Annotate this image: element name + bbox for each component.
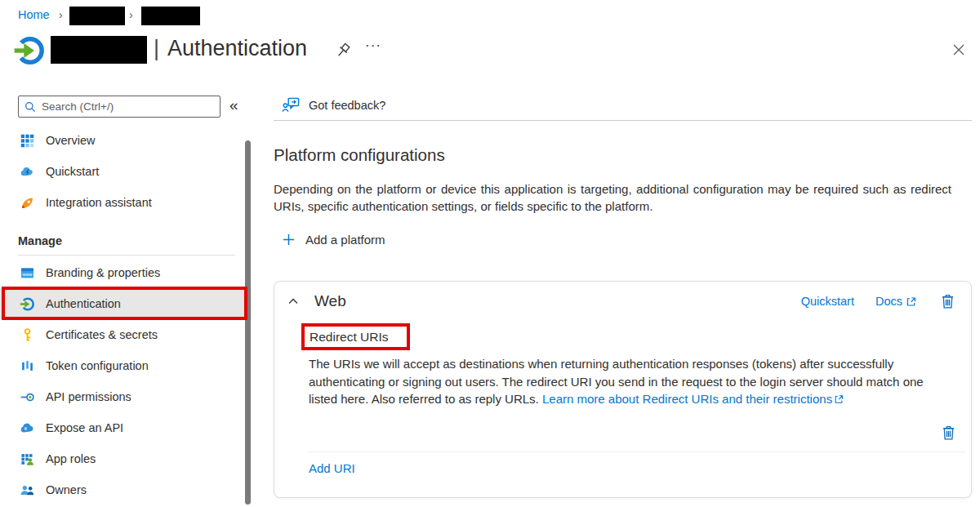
expose-api-cloud-icon [20, 420, 35, 436]
sidebar-manage-heading: Manage [18, 234, 62, 247]
add-uri-link[interactable]: Add URI [309, 461, 355, 475]
add-a-platform-label: Add a platform [305, 233, 385, 247]
got-feedback-button[interactable]: Got feedback? [282, 96, 385, 113]
close-icon[interactable] [949, 40, 969, 60]
sidebar-item-label: Integration assistant [46, 196, 152, 209]
platform-configurations-description: Depending on the platform or device this… [274, 180, 951, 215]
sidebar-item-certificates-secrets[interactable]: Certificates & secrets [0, 319, 252, 350]
more-options-icon[interactable]: ··· [365, 38, 381, 54]
key-icon [20, 327, 35, 343]
delete-uri-trash-icon[interactable] [940, 424, 957, 442]
sidebar-item-branding-properties[interactable]: www Branding & properties [0, 257, 252, 288]
page-title-text: Authentication [167, 36, 307, 60]
sidebar-item-label: App roles [46, 452, 96, 465]
svg-text:www: www [22, 272, 33, 277]
breadcrumb-separator: › [129, 8, 133, 21]
sidebar-item-label: Token configuration [46, 359, 149, 372]
sidebar-item-label: Overview [46, 134, 95, 147]
annotation-box-redirect-uris: Redirect URIs [301, 323, 410, 350]
breadcrumb-home-link[interactable]: Home [18, 8, 50, 21]
sidebar-item-label: Authentication [46, 297, 121, 310]
content-divider [274, 120, 972, 121]
docs-link-label: Docs [875, 295, 902, 308]
quickstart-link[interactable]: Quickstart [801, 295, 854, 308]
sidebar-scrollbar[interactable] [245, 140, 251, 505]
token-bars-icon [20, 358, 35, 374]
search-input[interactable] [42, 100, 215, 113]
docs-link[interactable]: Docs [875, 295, 917, 308]
owners-icon [20, 483, 35, 498]
plus-icon [282, 233, 296, 247]
quickstart-cloud-icon [20, 164, 35, 180]
feedback-icon [282, 96, 301, 113]
sidebar-item-integration-assistant[interactable]: Integration assistant [0, 187, 252, 218]
sidebar-item-label: API permissions [46, 390, 131, 403]
browser-icon: www [20, 265, 35, 281]
api-permissions-icon [20, 389, 35, 405]
sidebar-item-label: Certificates & secrets [46, 328, 158, 341]
web-card-header: Web Quickstart Docs [274, 282, 971, 321]
sidebar-item-label: Expose an API [46, 421, 123, 434]
web-card-title: Web [314, 292, 801, 310]
sidebar-collapse-icon[interactable]: « [229, 96, 238, 114]
sidebar-divider [18, 255, 235, 256]
pin-icon[interactable] [334, 42, 352, 60]
redirect-uris-description: The URIs we will accept as destinations … [309, 355, 939, 408]
page-title: |Authentication [154, 36, 307, 61]
overview-grid-icon [20, 133, 35, 149]
sidebar-search[interactable] [18, 96, 220, 118]
add-a-platform-button[interactable]: Add a platform [282, 233, 385, 247]
sidebar-item-owners[interactable]: Owners [0, 474, 252, 505]
sidebar-item-label: Quickstart [46, 165, 99, 178]
uri-list-divider [309, 451, 965, 452]
sidebar-item-app-roles[interactable]: App roles [0, 443, 252, 474]
app-roles-icon [20, 451, 35, 467]
sidebar-item-label: Owners [46, 483, 87, 496]
sidebar-item-token-configuration[interactable]: Token configuration [0, 350, 252, 381]
search-icon [24, 100, 37, 113]
delete-platform-trash-icon[interactable] [939, 292, 956, 310]
sidebar-item-authentication[interactable]: Authentication [0, 288, 252, 319]
got-feedback-label: Got feedback? [309, 99, 385, 112]
sidebar-item-overview[interactable]: Overview [0, 125, 252, 156]
breadcrumb-redacted-item[interactable] [141, 7, 200, 25]
app-name-redacted [51, 36, 147, 64]
external-link-icon [833, 392, 844, 403]
sidebar-item-expose-an-api[interactable]: Expose an API [0, 412, 252, 443]
authentication-icon [20, 296, 35, 312]
sidebar-item-quickstart[interactable]: Quickstart [0, 156, 252, 187]
learn-more-link[interactable]: Learn more about Redirect URIs and their… [542, 392, 832, 406]
collapse-chevron-up-icon[interactable] [286, 294, 301, 309]
breadcrumb-redacted-item[interactable] [69, 7, 125, 25]
app-registration-icon [13, 34, 46, 67]
redirect-uris-heading: Redirect URIs [310, 330, 388, 345]
title-separator: | [154, 36, 159, 60]
external-link-icon [905, 296, 917, 308]
rocket-icon [20, 195, 35, 211]
breadcrumb-separator: › [59, 8, 63, 21]
sidebar-item-label: Branding & properties [46, 266, 160, 279]
sidebar-item-api-permissions[interactable]: API permissions [0, 381, 252, 412]
platform-configurations-title: Platform configurations [274, 145, 445, 165]
web-platform-card: Web Quickstart Docs [274, 281, 972, 498]
